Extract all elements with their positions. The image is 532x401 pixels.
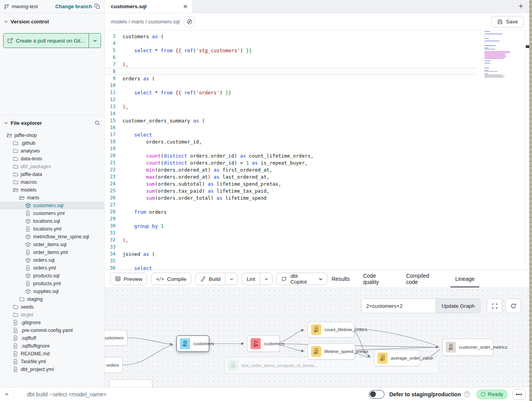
fullscreen-button[interactable] [487,298,502,313]
code-line-25[interactable]: 25 sum(orders.tax_paid) as lifetime_tax_… [105,187,477,194]
file-tree-item-order-items-sql[interactable]: order_items.sql [0,241,104,248]
code-line-17[interactable]: 17 select [105,131,477,138]
lineage-filter-input[interactable] [361,299,436,313]
file-tree-item-data-tests[interactable]: data-tests [0,155,104,163]
pr-button-dropdown[interactable] [89,34,101,48]
search-icon[interactable] [94,120,100,126]
code-line-28[interactable]: 28 from orders [105,208,477,215]
refresh-button[interactable] [505,298,521,313]
code-line-15[interactable]: 15customer_orders_summary as ( [105,117,477,124]
lineage-node-partial[interactable] [109,379,152,387]
code-line-10[interactable]: 10 [105,82,477,89]
defer-toggle[interactable] [369,390,384,399]
code-editor[interactable]: 3customers as (45 select * from {{ ref('… [105,30,529,270]
code-line-29[interactable]: 29 [105,215,477,222]
file-tree-item-orders-yml[interactable]: orders.yml [0,264,104,272]
lineage-node-average-order-value[interactable]: METaverage_order_value [374,350,420,366]
code-line-7[interactable]: 7), [105,61,477,68]
file-tree-item-jaffle-data[interactable]: jaffle-data [0,170,104,178]
editor-scrollbar[interactable] [525,30,529,270]
version-control-header[interactable]: Version control [3,19,101,25]
code-line-11[interactable]: 11 select * from {{ ref('orders') }} [105,89,477,96]
code-line-36[interactable]: 36 select [105,264,477,270]
tab-lineage[interactable]: Lineage [455,270,475,287]
code-line-18[interactable]: 18 orders.customer_id, [105,138,477,145]
file-tree-item--sqlfluff[interactable]: .sqlfluff [0,334,104,342]
tab-customers-sql[interactable]: customers.sql ✕ [105,0,193,13]
file-tree-item-dbt-project-yml[interactable]: dbt_project.yml [0,366,104,373]
lineage-node-customers[interactable]: MDLcustomers [176,335,209,352]
code-line-12[interactable]: 12 [105,96,477,103]
code-line-30[interactable]: 30 group by 1 [105,222,477,229]
file-tree-item-customers-yml[interactable]: customers.yml [0,209,104,217]
lineage-node-customers[interactable]: SEMcustomers [247,335,280,352]
lineage-node-stg-customers[interactable]: stg_customers [105,330,127,346]
file-tree-item-order-items-yml[interactable]: order_items.yml [0,248,104,256]
code-line-9[interactable]: 9orders as ( [105,75,477,82]
tab-code-quality[interactable]: Code quality [363,270,393,287]
code-line-27[interactable]: 27 [105,201,477,208]
file-tree-item-analyses[interactable]: analyses [0,147,104,155]
file-tree-item-models[interactable]: models [0,186,104,194]
code-line-16[interactable]: 16 [105,124,477,131]
file-tree-item--github[interactable]: .github [0,139,104,147]
dbt-copilot-button[interactable]: dbt Copilot [276,273,327,285]
lint-dropdown[interactable] [260,273,272,285]
preview-button[interactable]: Preview [110,273,147,285]
code-line-6[interactable]: 6 [105,54,477,61]
file-tree-item-seeds[interactable]: seeds [0,303,104,311]
code-line-33[interactable]: 33 [105,243,477,250]
file-tree-item--gitignore[interactable]: .gitignore [0,319,104,326]
code-line-4[interactable]: 4 [105,40,477,47]
code-line-26[interactable]: 26 sum(orders.order_total) as lifetime_s… [105,194,477,201]
file-tree-item-jaffle-shop[interactable]: jaffle-shop [0,131,104,139]
file-tree-item-locations-sql[interactable]: locations.sql [0,217,104,225]
code-line-14[interactable]: 14 [105,110,477,117]
more-options-button[interactable]: ••• [512,389,526,400]
code-line-35[interactable]: 35 [105,257,477,264]
change-branch-link[interactable]: Change branch [55,4,92,9]
code-line-22[interactable]: 22 min(orders.ordered_at) as first_order… [105,166,477,173]
file-tree-item-readme-md[interactable]: README.md [0,350,104,358]
build-dropdown[interactable] [225,273,238,285]
code-line-24[interactable]: 24 sum(orders.subtotal) as lifetime_spen… [105,180,477,187]
close-icon[interactable]: ✕ [183,4,188,9]
file-tree-item-products-sql[interactable]: products.sql [0,272,104,280]
code-line-23[interactable]: 23 max(orders.ordered_at) as last_ordere… [105,173,477,180]
lineage-panel[interactable]: stg_customersordersTSTtest_order_items_c… [105,288,529,387]
file-tree-item-taskfile-yml[interactable]: Taskfile.yml [0,358,104,366]
file-tree-item-dbt-packages[interactable]: dbt_packages [0,163,104,170]
compass-icon[interactable] [183,16,195,28]
file-tree-item-macros[interactable]: macros [0,178,104,186]
file-tree-item-target[interactable]: target [0,311,104,319]
file-tree-item-marts[interactable]: marts [0,194,104,202]
minimap[interactable] [483,31,512,78]
copy-icon[interactable] [94,4,100,9]
lineage-node-lifetime-spend-pretax[interactable]: METlifetime_spend_pretax [308,343,355,360]
save-button[interactable]: Save [491,16,524,28]
file-tree-item-locations-yml[interactable]: locations.yml [0,225,104,233]
file-tree-item-products-yml[interactable]: products.yml [0,280,104,287]
code-line-3[interactable]: 3customers as ( [105,33,477,40]
file-explorer-header[interactable]: File explorer [0,120,104,126]
lineage-node-customer-order-metrics[interactable]: QRYcustomer_order_metrics [442,339,493,356]
lineage-node-count-lifetime-orders[interactable]: METcount_lifetime_orders [308,322,354,337]
tab-results[interactable]: Results [331,270,350,287]
chevron-up-icon[interactable] [0,392,13,397]
code-line-31[interactable]: 31 [105,229,477,236]
file-tree-item-orders-sql[interactable]: orders.sql [0,256,104,264]
file-tree-item-supplies-sql[interactable]: supplies.sql [0,287,104,295]
update-graph-button[interactable]: Update Graph [436,299,480,313]
file-tree-item--sqlfluffignore[interactable]: .sqlfluffignore [0,342,104,350]
code-line-20[interactable]: 20 count(distinct orders.order_id) as co… [105,152,477,159]
create-pr-button[interactable]: Create a pull request on Git... [3,33,101,48]
new-tab-button[interactable]: + [512,0,529,13]
code-line-8[interactable]: 8 [105,68,477,75]
code-line-5[interactable]: 5 select * from {{ ref('stg_customers') … [105,47,477,54]
compile-button[interactable]: </> Compile [151,273,191,285]
code-line-19[interactable]: 19 [105,145,477,152]
file-tree-item--pre-commit-config-yaml[interactable]: .pre-commit-config.yaml [0,326,104,334]
file-tree-item-metricflow-time-spine-sql[interactable]: metricflow_time_spine.sql [0,233,104,241]
code-line-21[interactable]: 21 count(distinct orders.order_id) > 1 a… [105,159,477,166]
lint-button[interactable]: Lint [242,273,272,285]
